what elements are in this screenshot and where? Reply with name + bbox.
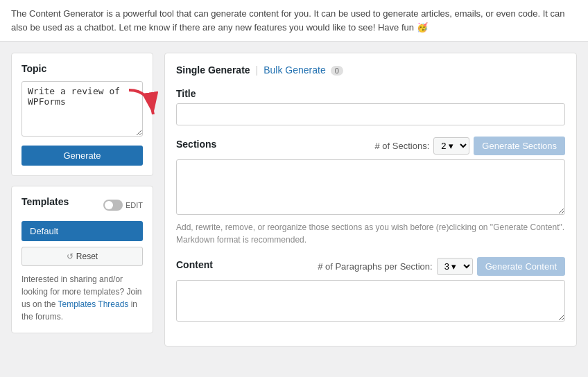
default-template-button[interactable]: Default [21, 221, 143, 241]
templates-threads-link[interactable]: Templates Threads [58, 299, 129, 309]
toggle-switch-icon [103, 200, 123, 211]
generate-content-button[interactable]: Generate Content [477, 257, 565, 276]
tab-bulk-generate[interactable]: Bulk Generate 0 [263, 64, 343, 76]
generate-sections-button[interactable]: Generate Sections [474, 137, 565, 155]
reset-icon: ↺ [67, 252, 74, 261]
content-header: Content # of Paragraphs per Section: 1 2… [176, 257, 565, 276]
paragraphs-label: # of Paragraphs per Section: [318, 261, 433, 272]
sections-count-label: # of Sections: [375, 141, 430, 151]
topic-wrapper: Write a review of WPForms [21, 81, 143, 146]
templates-card: Templates EDIT Default ↺ Reset Intereste… [11, 186, 153, 333]
title-label: Title [176, 88, 565, 99]
sections-count-select[interactable]: 1 2 ▾ 3 4 5 [433, 137, 469, 155]
topic-input[interactable]: Write a review of WPForms [21, 81, 143, 137]
content-section: Content # of Paragraphs per Section: 1 2… [176, 257, 565, 324]
templates-header: Templates EDIT [21, 196, 143, 214]
content-label: Content [176, 259, 213, 270]
right-panel: Single Generate | Bulk Generate 0 Title … [164, 53, 577, 347]
left-panel: Topic Write a review of WPForms Generate [11, 53, 153, 333]
title-input[interactable] [176, 103, 565, 125]
bulk-count-badge: 0 [331, 66, 343, 76]
sections-header: Sections # of Sections: 1 2 ▾ 3 4 5 Gene… [176, 137, 565, 155]
tab-divider: | [256, 64, 259, 76]
tab-bulk-label: Bulk Generate [263, 64, 326, 76]
sections-hint: Add, rewrite, remove, or reorganize thos… [176, 221, 565, 246]
content-control: # of Paragraphs per Section: 1 2 3 ▾ 4 5… [318, 257, 565, 276]
sections-textarea[interactable] [176, 159, 565, 215]
top-banner: The Content Generator is a powerful tool… [0, 0, 588, 42]
banner-text: The Content Generator is a powerful tool… [11, 8, 565, 33]
sections-control: # of Sections: 1 2 ▾ 3 4 5 Generate Sect… [375, 137, 565, 155]
title-section: Title [176, 88, 565, 125]
edit-label: EDIT [126, 201, 143, 209]
reset-label: Reset [76, 252, 98, 261]
reset-button[interactable]: ↺ Reset [21, 247, 143, 266]
content-textarea[interactable] [176, 280, 565, 322]
tab-header: Single Generate | Bulk Generate 0 [176, 64, 565, 76]
generate-button[interactable]: Generate [21, 146, 143, 166]
sections-label: Sections [176, 139, 216, 150]
footer-text1: Interested in sharing and/or looking for… [21, 274, 124, 297]
topic-card: Topic Write a review of WPForms Generate [11, 53, 153, 176]
main-layout: Topic Write a review of WPForms Generate [0, 42, 588, 358]
edit-toggle[interactable]: EDIT [103, 200, 143, 211]
sections-section: Sections # of Sections: 1 2 ▾ 3 4 5 Gene… [176, 137, 565, 246]
paragraphs-count-select[interactable]: 1 2 3 ▾ 4 5 [437, 258, 473, 275]
templates-label: Templates [21, 196, 69, 207]
topic-label: Topic [21, 63, 143, 74]
templates-footer: Interested in sharing and/or looking for… [21, 273, 143, 323]
tab-single-generate[interactable]: Single Generate [176, 64, 250, 76]
